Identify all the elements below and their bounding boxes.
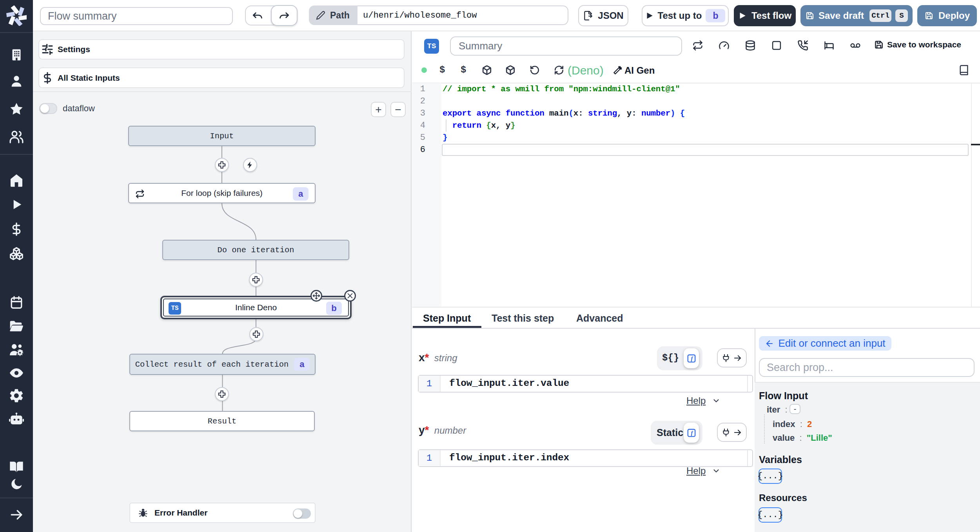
svg-text:f: f xyxy=(691,430,693,436)
svg-text:f: f xyxy=(691,355,693,362)
